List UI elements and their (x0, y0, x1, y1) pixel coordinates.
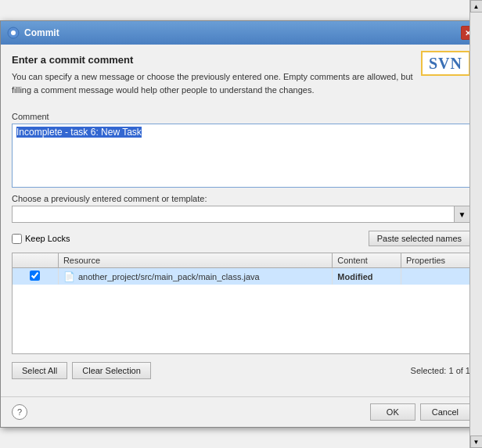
clear-selection-button[interactable]: Clear Selection (72, 362, 151, 379)
dialog-body: Enter a commit comment You can specify a… (1, 45, 481, 396)
template-dropdown[interactable]: ▼ (12, 206, 470, 223)
template-label: Choose a previously entered comment or t… (12, 194, 470, 203)
title-bar: Commit ✕ (1, 21, 481, 45)
paste-selected-names-button[interactable]: Paste selected names (369, 231, 470, 246)
svn-logo: SVN (421, 51, 470, 76)
comment-input[interactable]: Incomplete - task 6: New Task (13, 124, 469, 187)
template-input[interactable] (13, 207, 454, 221)
scroll-down-btn[interactable]: ▼ (470, 435, 483, 448)
left-action-buttons: Select All Clear Selection (12, 362, 151, 379)
row-resource-text: another_project/src/main_pack/main_class… (78, 272, 260, 281)
ok-button[interactable]: OK (370, 403, 415, 421)
footer-right-buttons: OK Cancel (370, 403, 470, 421)
commit-title-icon (7, 27, 20, 39)
col-header-properties: Properties (401, 253, 469, 268)
header-section: Enter a commit comment You can specify a… (12, 54, 470, 104)
title-bar-left: Commit (7, 27, 59, 39)
bottom-buttons-row: Select All Clear Selection Selected: 1 o… (12, 362, 470, 379)
help-button[interactable]: ? (12, 404, 27, 420)
col-header-resource: Resource (58, 253, 332, 268)
select-all-button[interactable]: Select All (12, 362, 67, 379)
comment-scrollbar[interactable]: ▲ ▼ (469, 0, 482, 448)
col-header-content: Content (333, 253, 401, 268)
col-header-checkbox (13, 253, 58, 268)
svg-point-1 (11, 30, 16, 35)
table-row[interactable]: 📄 another_project/src/main_pack/main_cla… (13, 268, 469, 285)
file-icon: 📄 (63, 271, 75, 282)
row-resource-cell: 📄 another_project/src/main_pack/main_cla… (58, 268, 332, 285)
row-properties-cell (401, 268, 469, 285)
file-cell: 📄 another_project/src/main_pack/main_cla… (63, 271, 327, 282)
table-body: 📄 another_project/src/main_pack/main_cla… (13, 268, 469, 285)
keep-locks-container: Keep Locks (12, 234, 70, 244)
row-checkbox-cell[interactable] (13, 268, 58, 285)
files-table-container: Resource Content Properties 📄 anot (12, 253, 470, 354)
header-text: Enter a commit comment You can specify a… (12, 54, 413, 104)
comment-label: Comment (12, 112, 470, 121)
selected-info: Selected: 1 of 1 (411, 366, 470, 375)
commit-dialog: Commit ✕ Enter a commit comment You can … (0, 20, 482, 428)
row-checkbox[interactable] (30, 271, 40, 281)
comment-container: Incomplete - task 6: New Task ▲ ▼ (12, 124, 470, 188)
keep-locks-label: Keep Locks (25, 234, 70, 243)
files-table: Resource Content Properties 📄 anot (13, 253, 469, 285)
options-row: Keep Locks Paste selected names (12, 231, 470, 246)
dialog-title: Commit (24, 27, 59, 38)
scroll-up-btn[interactable]: ▲ (470, 0, 483, 13)
section-title: Enter a commit comment (12, 54, 413, 66)
description-text: You can specify a new message or choose … (12, 70, 413, 96)
cancel-button[interactable]: Cancel (420, 403, 470, 421)
keep-locks-checkbox[interactable] (12, 234, 22, 244)
table-header: Resource Content Properties (13, 253, 469, 268)
dialog-footer: ? OK Cancel (1, 396, 481, 427)
scroll-track (470, 13, 482, 435)
row-content-cell: Modified (333, 268, 401, 285)
dropdown-arrow-icon[interactable]: ▼ (454, 206, 469, 222)
